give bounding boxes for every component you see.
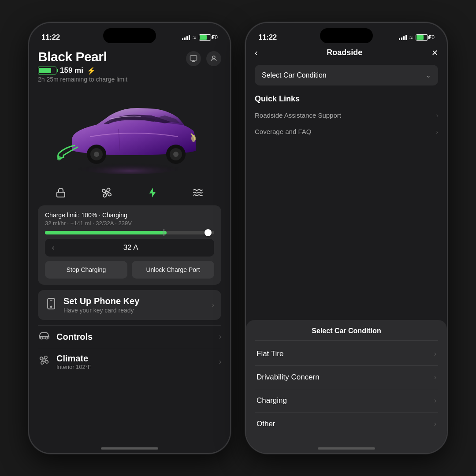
controls-chevron-icon: › <box>219 333 221 341</box>
charge-remaining: 2h 25m remaining to charge limit <box>38 76 127 83</box>
lock-button[interactable] <box>56 187 66 198</box>
charge-progress-thumb[interactable] <box>205 229 212 236</box>
p2-other-chevron-icon: › <box>434 420 436 428</box>
wifi-icon-2: ≈ <box>409 34 413 41</box>
status-icons-2: ≈ 70 <box>399 34 435 41</box>
p2-ql-label-1: Roadside Assistance Support <box>255 112 341 119</box>
p2-sig-1 <box>399 38 400 40</box>
battery-level-fill <box>39 68 51 73</box>
signal-bar-1 <box>182 38 183 40</box>
p2-dropdown-chevron-icon: ⌄ <box>425 71 431 79</box>
p2-flat-tire-item[interactable]: Flat Tire › <box>255 342 438 366</box>
amp-value: 32 A <box>54 243 207 252</box>
battery-level-bar <box>38 67 56 74</box>
p2-nav-title: Roadside <box>327 48 362 57</box>
p2-flat-tire-label: Flat Tire <box>257 350 283 358</box>
svg-marker-15 <box>149 188 156 197</box>
car-image-area <box>29 85 230 182</box>
battery-container-2: 70 <box>416 34 435 41</box>
header-icons <box>186 51 221 66</box>
p2-drivability-item[interactable]: Drivability Concern › <box>255 366 438 389</box>
p2-charging-chevron-icon: › <box>434 397 436 405</box>
p2-coverage-faq-link[interactable]: Coverage and FAQ › <box>255 123 438 140</box>
p2-quick-links-section: Quick Links Roadside Assistance Support … <box>255 94 438 140</box>
p2-ql-label-2: Coverage and FAQ <box>255 128 311 135</box>
unlock-charge-port-button[interactable]: Unlock Charge Port <box>132 261 214 279</box>
bolt-button[interactable] <box>148 187 157 198</box>
home-indicator-1 <box>101 447 158 450</box>
status-time-1: 11:22 <box>41 33 60 42</box>
status-icons-1: ≈ 70 <box>182 34 218 41</box>
p2-dropdown-label: Select Car Condition <box>262 71 327 79</box>
amp-control: ‹ 32 A <box>45 239 214 257</box>
phone-key-icon <box>45 298 57 312</box>
p2-ql-chevron-2-icon: › <box>436 128 438 135</box>
p2-other-label: Other <box>257 420 275 428</box>
controls-title: Controls <box>56 332 213 342</box>
p2-other-item[interactable]: Other › <box>255 413 438 435</box>
charge-line1: Charge limit: 100% · Charging <box>45 212 214 219</box>
p2-quick-links-title: Quick Links <box>255 94 438 104</box>
action-icons-row <box>38 182 221 205</box>
signal-bar-2 <box>184 37 186 40</box>
stop-charging-button[interactable]: Stop Charging <box>45 261 127 279</box>
signal-bars-2 <box>399 35 407 40</box>
battery-bolt-icon: ⚡ <box>87 67 96 75</box>
svg-point-7 <box>94 152 99 157</box>
climate-row[interactable]: Climate Interior 102°F › <box>38 348 221 376</box>
climate-subtitle: Interior 102°F <box>56 364 213 370</box>
p2-ql-chevron-1-icon: › <box>436 112 438 119</box>
defrost-button[interactable] <box>192 187 204 198</box>
svg-point-12 <box>191 135 196 142</box>
battery-fill-2 <box>416 35 424 40</box>
p2-drivability-label: Drivability Concern <box>257 373 320 382</box>
charge-progress-bar[interactable] <box>45 231 214 234</box>
battery-box-1 <box>199 34 211 41</box>
profile-icon-btn[interactable] <box>206 51 221 66</box>
phone-key-chevron-icon: › <box>212 301 214 309</box>
p2-drivability-chevron-icon: › <box>434 373 436 381</box>
climate-text: Climate Interior 102°F <box>56 353 213 370</box>
controls-row[interactable]: Controls › <box>38 325 221 348</box>
svg-point-18 <box>51 306 52 308</box>
p2-charging-item[interactable]: Charging › <box>255 389 438 413</box>
battery-fill-1 <box>200 35 207 40</box>
dynamic-island-2 <box>320 28 373 43</box>
fan-button[interactable] <box>101 187 112 198</box>
p2-sig-2 <box>401 37 402 40</box>
svg-point-19 <box>41 337 43 339</box>
p2-back-button[interactable]: ‹ <box>255 48 258 58</box>
climate-title: Climate <box>56 353 213 364</box>
p2-close-button[interactable]: ✕ <box>431 48 438 58</box>
p2-flat-tire-chevron-icon: › <box>434 350 436 358</box>
svg-point-21 <box>43 359 45 361</box>
status-time-2: 11:22 <box>258 33 277 42</box>
car-info: Black Pearl 159 mi ⚡ 2h 25m remaining to… <box>38 49 127 83</box>
p2-sig-3 <box>403 36 405 40</box>
battery-miles: 159 mi <box>60 66 83 75</box>
car-svg <box>46 89 213 177</box>
phone-key-card[interactable]: Set Up Phone Key Have your key card read… <box>38 290 221 320</box>
svg-point-10 <box>173 152 178 157</box>
climate-icon <box>38 355 50 369</box>
svg-rect-13 <box>57 192 65 197</box>
app-header: Black Pearl 159 mi ⚡ 2h 25m remaining to… <box>38 46 221 85</box>
battery-pct-2: 70 <box>429 34 435 41</box>
p2-roadside-support-link[interactable]: Roadside Assistance Support › <box>255 107 438 123</box>
phone1-content: Black Pearl 159 mi ⚡ 2h 25m remaining to… <box>29 46 230 453</box>
settings-icon-btn[interactable] <box>186 51 201 66</box>
svg-point-14 <box>105 191 108 194</box>
p2-condition-dropdown[interactable]: Select Car Condition ⌄ <box>255 65 438 86</box>
controls-car-icon <box>38 331 50 342</box>
phone-key-text: Set Up Phone Key Have your key card read… <box>63 296 206 314</box>
p2-bottom-sheet: Select Car Condition Flat Tire › Drivabi… <box>246 320 447 453</box>
battery-box-2 <box>416 34 428 41</box>
car-name: Black Pearl <box>38 49 127 64</box>
charge-card: Charge limit: 100% · Charging 32 mi/hr ·… <box>38 205 221 285</box>
charge-line2: 32 mi/hr · +141 mi · 32/32A · 239V <box>45 220 214 227</box>
svg-point-3 <box>212 56 215 59</box>
wifi-icon-1: ≈ <box>193 34 196 41</box>
controls-text: Controls <box>56 332 213 342</box>
svg-rect-0 <box>190 56 197 60</box>
phone2-content: ‹ Roadside ✕ Select Car Condition ⌄ Quic… <box>246 46 447 453</box>
